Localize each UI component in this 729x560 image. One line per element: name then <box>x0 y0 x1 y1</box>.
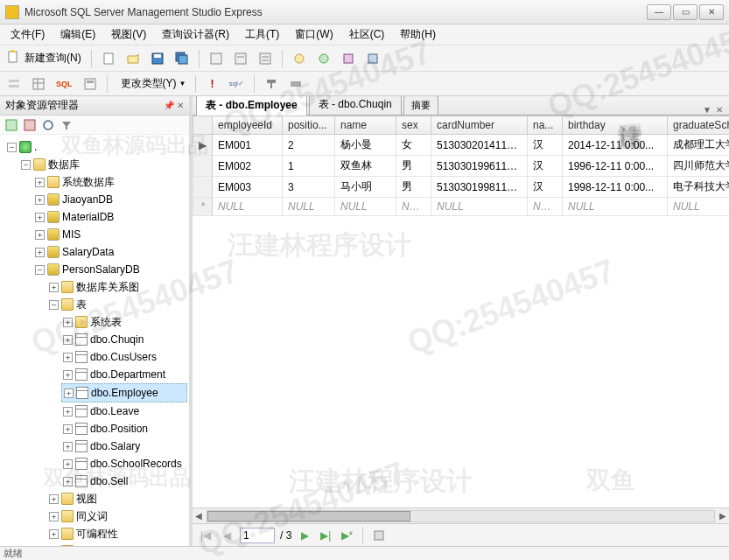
cell[interactable]: 2 <box>283 135 335 156</box>
menu-file[interactable]: 文件(F) <box>4 25 52 44</box>
tb2-btn-4[interactable] <box>80 74 101 94</box>
menu-community[interactable]: 社区(C) <box>342 25 392 44</box>
cell[interactable]: 男 <box>396 177 431 198</box>
cell[interactable]: 四川师范大学 <box>668 156 730 177</box>
tb-btn-1[interactable] <box>206 49 227 68</box>
tree-jiaoyan[interactable]: +JiaoyanDB <box>33 191 187 208</box>
connect-button[interactable] <box>4 117 19 133</box>
tb-btn-6[interactable] <box>338 49 359 68</box>
tb-btn-5[interactable] <box>313 49 334 68</box>
cell[interactable]: 汉 <box>528 135 563 156</box>
col-cardNumber[interactable]: cardNumber <box>431 116 528 135</box>
nav-new[interactable]: ▶* <box>339 528 354 543</box>
tb-btn-7[interactable] <box>362 49 383 68</box>
tree-t5[interactable]: +dbo.Leave <box>61 402 187 420</box>
scroll-thumb[interactable] <box>207 511 410 522</box>
minimize-button[interactable]: — <box>647 4 671 20</box>
cell[interactable]: 1998-12-11 0:00... <box>563 177 668 198</box>
cell[interactable]: NULL <box>563 198 668 216</box>
new-row[interactable]: *NULLNULLNULLNULLNULLNULLNULLNULLNULL <box>193 198 730 216</box>
open-button[interactable] <box>123 49 144 68</box>
cell[interactable]: 1 <box>283 156 335 177</box>
nav-first[interactable]: |◀ <box>198 528 214 543</box>
menu-window[interactable]: 窗口(W) <box>288 25 340 44</box>
menu-query[interactable]: 查询设计器(R) <box>155 25 236 44</box>
col-nation[interactable]: na... <box>528 116 563 135</box>
nav-position-input[interactable] <box>240 528 275 543</box>
tree-person[interactable]: −PersonSalaryDB <box>33 261 187 278</box>
row-selector[interactable]: ▶ <box>193 135 213 156</box>
tree-sysdb[interactable]: +系统数据库 <box>33 173 187 191</box>
cell[interactable]: NULL <box>335 198 396 216</box>
scroll-left-icon[interactable]: ◀ <box>193 511 205 521</box>
cell[interactable]: EM002 <box>213 156 283 177</box>
menu-tools[interactable]: 工具(T) <box>238 25 286 44</box>
row-selector[interactable] <box>193 177 213 198</box>
nav-extra[interactable] <box>371 528 387 543</box>
tree-t9[interactable]: +dbo.Sell <box>61 472 187 490</box>
cell[interactable]: EM003 <box>213 177 283 198</box>
cell[interactable]: 1996-12-11 0:00... <box>563 156 668 177</box>
menu-help[interactable]: 帮助(H) <box>393 25 443 44</box>
close-button[interactable]: ✕ <box>699 4 724 20</box>
cell[interactable]: 51303020141121... <box>431 135 528 156</box>
col-sex[interactable]: sex <box>396 116 431 135</box>
tab-summary[interactable]: 摘要 <box>403 96 438 115</box>
cell[interactable]: 女 <box>396 135 431 156</box>
table-row[interactable]: EM0021双鱼林男51303019961121...汉1996-12-11 0… <box>193 156 730 177</box>
tb-btn-2[interactable] <box>230 49 251 68</box>
tree-salary[interactable]: +SalaryData <box>33 243 187 261</box>
tab-dropdown[interactable]: ▼ <box>701 105 713 115</box>
table-row[interactable]: EM0033马小明男51303019981121...汉1998-12-11 0… <box>193 177 730 198</box>
tab-chuqin[interactable]: 表 - dbo.Chuqin <box>309 96 402 115</box>
cell[interactable]: 双鱼林 <box>335 156 396 177</box>
tree-diagrams[interactable]: +数据库关系图 <box>47 278 187 296</box>
maximize-button[interactable]: ▭ <box>673 4 697 20</box>
tb2-sql-button[interactable]: SQL <box>53 74 76 94</box>
col-school[interactable]: graduateSchool <box>668 116 730 135</box>
pin-icon[interactable]: 📌 ✕ <box>164 101 184 110</box>
nav-next[interactable]: ▶ <box>297 528 312 543</box>
refresh-button[interactable] <box>40 117 56 133</box>
tree-t6[interactable]: +dbo.Position <box>61 420 187 438</box>
col-employeeId[interactable]: employeeId <box>213 116 283 135</box>
menu-edit[interactable]: 编辑(E) <box>53 25 102 44</box>
cell[interactable]: 51303019981121... <box>431 177 528 198</box>
tree-t3[interactable]: +dbo.Department <box>61 366 187 383</box>
cell[interactable]: NULL <box>213 198 283 216</box>
tb-btn-4[interactable] <box>289 49 310 68</box>
tab-employee[interactable]: 表 - dbo.Employee <box>196 96 307 116</box>
cell[interactable]: 汉 <box>528 177 563 198</box>
cell[interactable]: 杨小曼 <box>335 135 396 156</box>
tree-mis[interactable]: +MIS <box>33 226 187 243</box>
tree-server-root[interactable]: −. <box>5 138 187 156</box>
col-name[interactable]: name <box>335 116 396 135</box>
tb2-btn-7[interactable] <box>261 74 282 94</box>
tb2-btn-8[interactable] <box>285 74 306 94</box>
tb-btn-3[interactable] <box>255 49 276 68</box>
nav-last[interactable]: ▶| <box>318 528 333 543</box>
disconnect-button[interactable] <box>22 117 38 133</box>
cell[interactable]: 2014-12-11 0:00... <box>563 135 668 156</box>
tree-databases[interactable]: −数据库 <box>19 156 187 173</box>
tree-t7[interactable]: +dbo.Salary <box>61 438 187 455</box>
tab-close[interactable]: ✕ <box>713 105 725 115</box>
table-row[interactable]: ▶EM0012杨小曼女51303020141121...汉2014-12-11 … <box>193 135 730 156</box>
cell[interactable]: 男 <box>396 156 431 177</box>
new-query-button[interactable]: 新建查询(N) <box>4 49 85 68</box>
tb2-btn-2[interactable] <box>28 74 49 94</box>
tree-t4[interactable]: +dbo.Employee <box>61 383 187 402</box>
tree-db-security[interactable]: +安全性 <box>47 542 187 546</box>
scroll-right-icon[interactable]: ▶ <box>717 511 729 521</box>
change-type-button[interactable]: 更改类型(Y)▼ <box>114 74 190 94</box>
tree-tables[interactable]: −表 <box>47 296 187 313</box>
data-grid[interactable]: employeeId positio... name sex cardNumbe… <box>193 116 729 508</box>
grid-corner[interactable] <box>193 116 213 135</box>
col-birthday[interactable]: birthday <box>563 116 668 135</box>
cell[interactable]: NULL <box>283 198 335 216</box>
row-selector[interactable] <box>193 156 213 177</box>
tree-t2[interactable]: +dbo.CusUsers <box>61 348 187 366</box>
col-position[interactable]: positio... <box>283 116 335 135</box>
cell[interactable]: NULL <box>396 198 431 216</box>
nav-prev[interactable]: ◀ <box>219 528 235 543</box>
